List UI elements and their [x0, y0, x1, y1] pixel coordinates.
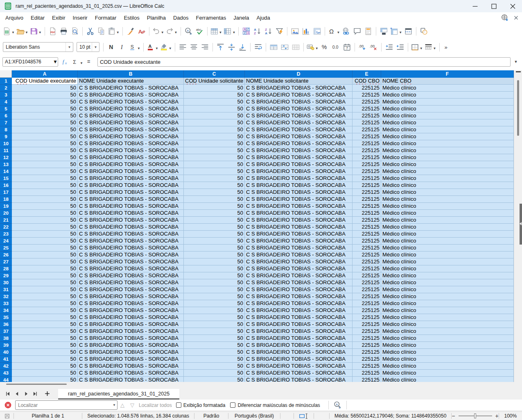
cell-E31[interactable]: 225125 [353, 286, 381, 293]
cell-B43[interactable]: C S BRIGADEIRO TOBIAS - SOROCABA [78, 370, 184, 377]
cell-B34[interactable]: C S BRIGADEIRO TOBIAS - SOROCABA [78, 307, 184, 314]
merge-cells-button[interactable] [279, 41, 290, 53]
cell-D35[interactable]: C S BRIGADEIRO TOBIAS - SOROCABA [245, 314, 353, 321]
cell-D43[interactable]: C S BRIGADEIRO TOBIAS - SOROCABA [245, 370, 353, 377]
cell-F39[interactable]: Médico clínico [381, 342, 514, 349]
cell-A3[interactable]: 50 [12, 92, 78, 99]
special-character-dropdown[interactable]: ▼ [337, 31, 340, 34]
cell-C26[interactable]: 50 [184, 252, 245, 258]
row-header-10[interactable]: 10 [0, 140, 12, 147]
cell-D13[interactable]: C S BRIGADEIRO TOBIAS - SOROCABA [245, 161, 353, 168]
currency-dropdown[interactable]: ▼ [315, 47, 319, 50]
cell-A35[interactable]: 50 [12, 314, 78, 321]
cell-B31[interactable]: C S BRIGADEIRO TOBIAS - SOROCABA [78, 286, 184, 293]
cell-E11[interactable]: 225125 [353, 147, 381, 154]
cell-E30[interactable]: 225125 [353, 279, 381, 286]
cell-A13[interactable]: 50 [12, 161, 78, 168]
align-left-button[interactable] [177, 41, 188, 53]
insert-rows-dropdown[interactable]: ▼ [219, 31, 222, 34]
cell-F43[interactable]: Médico clínico [381, 370, 514, 377]
split-handle[interactable] [516, 71, 521, 72]
selection-info[interactable]: Selecionado: 1.048.576 linhas, 16.384 co… [82, 413, 194, 419]
cell-C9[interactable]: 50 [184, 133, 245, 140]
column-header-A[interactable]: A [12, 70, 78, 78]
row-header-42[interactable]: 42 [0, 363, 12, 370]
cell-B20[interactable]: C S BRIGADEIRO TOBIAS - SOROCABA [78, 210, 184, 217]
close-button[interactable] [503, 0, 522, 12]
cell-F14[interactable]: Médico clínico [381, 168, 514, 175]
insert-columns-button[interactable]: ▼ [223, 26, 236, 37]
menu-dados[interactable]: Dados [169, 13, 192, 22]
row-header-29[interactable]: 29 [0, 272, 12, 279]
cell-E21[interactable]: 225125 [353, 217, 381, 224]
sort-descending-button[interactable]: ZA [263, 26, 274, 37]
cell-A11[interactable]: 50 [12, 147, 78, 154]
cell-B27[interactable]: C S BRIGADEIRO TOBIAS - SOROCABA [78, 258, 184, 265]
row-header-28[interactable]: 28 [0, 265, 12, 272]
draw-functions-button[interactable] [418, 26, 429, 37]
cell-E6[interactable]: 225125 [353, 112, 381, 119]
menu-ajuda[interactable]: Ajuda [253, 13, 274, 22]
row-header-36[interactable]: 36 [0, 321, 12, 328]
overflow-button[interactable]: » [442, 41, 453, 53]
cell-C23[interactable]: 50 [184, 231, 245, 238]
language-indicator[interactable]: Português (Brasil) [228, 413, 280, 419]
cell-B25[interactable]: C S BRIGADEIRO TOBIAS - SOROCABA [78, 245, 184, 252]
cell-F16[interactable]: Médico clínico [381, 182, 514, 189]
row-header-14[interactable]: 14 [0, 168, 12, 175]
highlight-color-dropdown[interactable]: ▼ [169, 47, 172, 50]
first-sheet-button[interactable] [3, 389, 12, 398]
indent-increase-button[interactable] [384, 41, 395, 53]
cell-D22[interactable]: C S BRIGADEIRO TOBIAS - SOROCABA [245, 224, 353, 231]
cell-A43[interactable]: 50 [12, 370, 78, 377]
cell-D39[interactable]: C S BRIGADEIRO TOBIAS - SOROCABA [245, 342, 353, 349]
cell-A26[interactable]: 50 [12, 252, 78, 258]
cell-F41[interactable]: Médico clínico [381, 356, 514, 363]
cell-D40[interactable]: C S BRIGADEIRO TOBIAS - SOROCABA [245, 349, 353, 356]
zoom-level[interactable]: 100% [499, 413, 522, 419]
cell-A6[interactable]: 50 [12, 112, 78, 119]
cell-A22[interactable]: 50 [12, 224, 78, 231]
cell-A1[interactable]: COD Unidade executante [12, 78, 78, 85]
cell-D25[interactable]: C S BRIGADEIRO TOBIAS - SOROCABA [245, 245, 353, 252]
print-preview-button[interactable] [69, 26, 80, 37]
menu-estilos[interactable]: Estilos [120, 13, 143, 22]
cell-D37[interactable]: C S BRIGADEIRO TOBIAS - SOROCABA [245, 328, 353, 335]
cell-B3[interactable]: C S BRIGADEIRO TOBIAS - SOROCABA [78, 92, 184, 99]
cell-C10[interactable]: 50 [184, 140, 245, 147]
font-name-combo[interactable]: Liberation Sans ▼ [3, 42, 73, 52]
cell-C14[interactable]: 50 [184, 168, 245, 175]
cell-B39[interactable]: C S BRIGADEIRO TOBIAS - SOROCABA [78, 342, 184, 349]
column-header-D[interactable]: D [245, 70, 353, 78]
cell-D28[interactable]: C S BRIGADEIRO TOBIAS - SOROCABA [245, 265, 353, 272]
cell-E39[interactable]: 225125 [353, 342, 381, 349]
cell-A9[interactable]: 50 [12, 133, 78, 140]
row-header-34[interactable]: 34 [0, 307, 12, 314]
cell-E41[interactable]: 225125 [353, 356, 381, 363]
cell-F31[interactable]: Médico clínico [381, 286, 514, 293]
print-area-button[interactable] [378, 26, 389, 37]
cell-C8[interactable]: 50 [184, 126, 245, 133]
cell-B42[interactable]: C S BRIGADEIRO TOBIAS - SOROCABA [78, 363, 184, 370]
chevron-down-icon[interactable]: ▼ [113, 403, 116, 407]
cell-D42[interactable]: C S BRIGADEIRO TOBIAS - SOROCABA [245, 363, 353, 370]
cell-E10[interactable]: 225125 [353, 140, 381, 147]
cell-F20[interactable]: Médico clínico [381, 210, 514, 217]
cell-F32[interactable]: Médico clínico [381, 293, 514, 300]
cell-D18[interactable]: C S BRIGADEIRO TOBIAS - SOROCABA [245, 196, 353, 203]
cell-B44[interactable]: C S BRIGADEIRO TOBIAS - SOROCABA [78, 377, 184, 382]
cell-E24[interactable]: 225125 [353, 238, 381, 245]
cell-E29[interactable]: 225125 [353, 272, 381, 279]
cell-C15[interactable]: 50 [184, 175, 245, 182]
copy-button[interactable] [96, 26, 107, 37]
cell-F26[interactable]: Médico clínico [381, 252, 514, 258]
row-header-40[interactable]: 40 [0, 349, 12, 356]
cell-C18[interactable]: 50 [184, 196, 245, 203]
row-header-15[interactable]: 15 [0, 175, 12, 182]
paste-dropdown[interactable]: ▼ [116, 31, 120, 34]
cell-B10[interactable]: C S BRIGADEIRO TOBIAS - SOROCABA [78, 140, 184, 147]
sheet-indicator[interactable]: Planilha 1 de 1 [14, 413, 82, 419]
percent-button[interactable]: % [319, 41, 330, 53]
cell-B23[interactable]: C S BRIGADEIRO TOBIAS - SOROCABA [78, 231, 184, 238]
borders-dropdown[interactable]: ▼ [420, 47, 423, 50]
